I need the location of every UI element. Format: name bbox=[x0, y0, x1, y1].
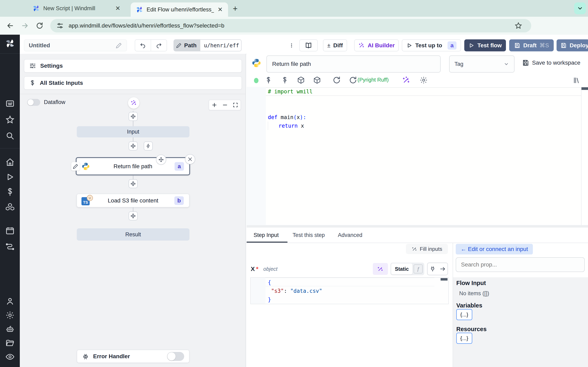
delete-step-button[interactable] bbox=[185, 154, 195, 164]
deploy-button[interactable]: Deploy bbox=[557, 39, 588, 51]
docs-button[interactable] bbox=[299, 39, 318, 51]
more-options-icon[interactable] bbox=[289, 41, 294, 50]
dataflow-toggle[interactable] bbox=[27, 99, 40, 106]
users-icon[interactable] bbox=[5, 297, 15, 306]
settings-gear-icon[interactable] bbox=[5, 310, 15, 320]
add-step-button[interactable] bbox=[129, 142, 138, 150]
path-chip[interactable]: Path u/henri/eff bbox=[173, 39, 242, 51]
forward-icon[interactable] bbox=[20, 21, 29, 30]
add-trigger-button[interactable] bbox=[144, 142, 153, 150]
step-a-label: Return file path bbox=[113, 163, 152, 170]
prop-search-input[interactable] bbox=[456, 257, 585, 272]
bottom-tabs: Step Input Test this step Advanced bbox=[247, 227, 588, 243]
context-var-icon[interactable] bbox=[281, 76, 289, 84]
tab-step-input[interactable]: Step Input bbox=[247, 227, 286, 243]
error-handler-toggle[interactable] bbox=[167, 352, 184, 361]
triggers-icon[interactable] bbox=[5, 241, 15, 250]
diff-button[interactable]: ± Diff bbox=[323, 39, 347, 51]
tab-test-this-step[interactable]: Test this step bbox=[286, 232, 332, 238]
tab-advanced[interactable]: Advanced bbox=[332, 232, 369, 238]
package-icon[interactable] bbox=[297, 76, 305, 84]
python-icon bbox=[251, 58, 261, 68]
ai-assist-wand-icon[interactable] bbox=[402, 76, 411, 84]
format-icon[interactable] bbox=[349, 76, 357, 84]
runs-icon[interactable] bbox=[5, 172, 15, 182]
tab-step-input-label: Step Input bbox=[254, 232, 279, 238]
resources-object-chip[interactable]: {...} bbox=[456, 333, 472, 344]
draft-button[interactable]: Draft ⌘S bbox=[509, 39, 554, 51]
arrow-right-icon[interactable] bbox=[440, 266, 446, 272]
active-tab-underline bbox=[247, 242, 287, 243]
variable-picker-icon[interactable] bbox=[264, 76, 273, 84]
audit-eye-icon[interactable] bbox=[5, 352, 15, 361]
reload-lsp-icon[interactable] bbox=[332, 76, 341, 84]
search-icon[interactable] bbox=[5, 131, 15, 141]
flow-settings-button[interactable]: Settings bbox=[24, 59, 242, 73]
browser-tab-inactive[interactable]: New Script | Windmill ✕ bbox=[33, 0, 121, 17]
tab-close-icon[interactable]: ✕ bbox=[115, 5, 121, 11]
windmill-logo-icon[interactable] bbox=[5, 39, 15, 48]
apps-icon[interactable] bbox=[5, 99, 15, 108]
url-pill[interactable]: app.windmill.dev/flows/edit/u/henri/effo… bbox=[50, 19, 531, 33]
editor-hscroll[interactable] bbox=[247, 225, 588, 227]
mode-static[interactable]: Static bbox=[391, 263, 412, 275]
zoom-out-icon[interactable] bbox=[222, 102, 228, 108]
tag-select[interactable]: Tag bbox=[449, 55, 515, 73]
editor-settings-gear-icon[interactable] bbox=[419, 76, 428, 84]
favorites-star-icon[interactable] bbox=[5, 115, 15, 124]
fill-inputs-button[interactable]: Fill inputs bbox=[406, 244, 448, 254]
result-node-label: Result bbox=[125, 231, 141, 238]
back-icon[interactable] bbox=[6, 21, 15, 30]
test-flow-button[interactable]: Test flow bbox=[464, 39, 506, 51]
edit-or-connect-button[interactable]: ← Edit or connect an input bbox=[456, 244, 533, 254]
move-step-handle[interactable] bbox=[156, 155, 166, 165]
add-step-button[interactable] bbox=[129, 112, 138, 121]
package-icon[interactable] bbox=[313, 76, 321, 84]
tab-close-icon[interactable]: ✕ bbox=[218, 7, 223, 13]
new-tab-button[interactable]: + bbox=[230, 4, 240, 13]
json-input-editor[interactable]: { ."s3": "data.csv" } bbox=[250, 277, 449, 304]
workers-robot-icon[interactable] bbox=[5, 324, 15, 334]
edit-step-pencil-icon[interactable] bbox=[71, 162, 80, 171]
editor-toolbar: (Pyright Ruff) bbox=[247, 73, 588, 87]
schedules-icon[interactable] bbox=[5, 226, 15, 235]
edit-pencil-icon[interactable] bbox=[116, 42, 122, 49]
home-icon[interactable] bbox=[5, 158, 15, 167]
save-to-workspace-button[interactable]: Save to workspace bbox=[522, 59, 580, 67]
ai-builder-label: AI Builder bbox=[368, 42, 395, 49]
zoom-in-icon[interactable] bbox=[211, 102, 217, 108]
bookmark-star-icon[interactable] bbox=[515, 22, 522, 30]
error-handler-card[interactable]: Error Handler bbox=[77, 350, 190, 363]
input-node[interactable]: Input bbox=[77, 126, 190, 137]
test-up-to-button[interactable]: Test up to a bbox=[402, 39, 461, 51]
ai-fill-wand-button[interactable] bbox=[373, 263, 388, 275]
plug-icon[interactable] bbox=[430, 266, 436, 272]
step-b-node[interactable]: Load S3 file content b TS bbox=[77, 194, 190, 207]
reload-icon[interactable] bbox=[35, 21, 44, 30]
resources-icon[interactable] bbox=[5, 202, 15, 212]
folders-icon[interactable] bbox=[5, 338, 15, 348]
json-scrollbar-mark[interactable] bbox=[441, 278, 448, 281]
undo-button[interactable] bbox=[135, 40, 151, 51]
variables-icon[interactable] bbox=[5, 187, 15, 197]
site-settings-icon[interactable] bbox=[56, 22, 64, 29]
add-step-button[interactable] bbox=[129, 211, 138, 220]
library-icon[interactable] bbox=[572, 76, 580, 84]
flow-name-field[interactable]: Untitled bbox=[24, 39, 127, 51]
mode-expression-icon[interactable]: ƒ bbox=[414, 264, 423, 273]
tab-search-button[interactable] bbox=[574, 2, 586, 14]
ai-flow-wand-button[interactable] bbox=[128, 97, 139, 109]
step-name-input[interactable] bbox=[267, 55, 441, 73]
result-node[interactable]: Result bbox=[77, 228, 190, 241]
fit-view-icon[interactable] bbox=[233, 102, 238, 108]
code-editor[interactable]: # import wmill def main(x): return x bbox=[247, 87, 588, 225]
variables-object-chip[interactable]: {...} bbox=[456, 309, 472, 320]
redo-button[interactable] bbox=[151, 40, 167, 51]
scrollbar-mark[interactable] bbox=[581, 87, 588, 90]
tag-select-value: Tag bbox=[454, 61, 463, 67]
ai-builder-button[interactable]: AI Builder bbox=[354, 39, 399, 51]
all-static-inputs-button[interactable]: All Static Inputs bbox=[24, 76, 242, 90]
add-step-button[interactable] bbox=[129, 179, 138, 188]
step-a-node[interactable]: Return file path a bbox=[76, 157, 190, 175]
browser-tab-active[interactable]: Edit Flow u/henri/effortless_fl ✕ bbox=[131, 2, 228, 17]
